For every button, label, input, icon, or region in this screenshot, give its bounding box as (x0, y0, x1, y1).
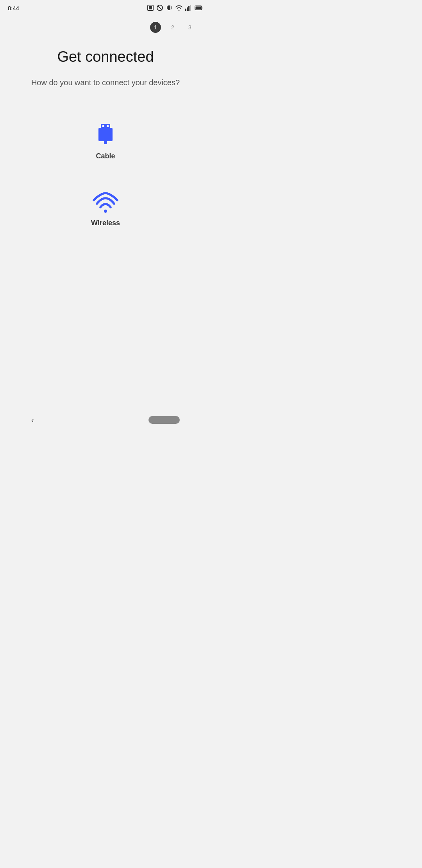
page-subtitle: How do you want to connect your devices? (31, 77, 180, 88)
step-1: 1 (150, 22, 161, 33)
status-bar: 8:44 (0, 0, 211, 14)
wifi-large-icon (92, 192, 119, 213)
nav-bar: ‹ (0, 406, 211, 434)
svg-rect-12 (196, 7, 201, 9)
svg-rect-8 (187, 7, 188, 11)
svg-rect-4 (168, 5, 170, 10)
home-pill[interactable] (148, 416, 180, 424)
step-indicator: 1 2 3 (0, 14, 211, 37)
options-area: Cable Wireless (12, 111, 199, 251)
signal-icon (185, 5, 192, 11)
page-title: Get connected (57, 48, 154, 65)
status-icons (147, 4, 203, 11)
vibrate-icon (166, 4, 173, 11)
main-content: Get connected How do you want to connect… (0, 37, 211, 251)
svg-line-3 (158, 6, 162, 10)
wireless-option[interactable]: Wireless (83, 184, 128, 235)
svg-rect-9 (188, 6, 190, 11)
svg-rect-15 (102, 125, 104, 127)
usb-icon (93, 119, 118, 147)
cable-label: Cable (96, 152, 115, 160)
svg-rect-16 (107, 125, 109, 127)
svg-rect-10 (190, 5, 191, 11)
wifi-status-icon (175, 5, 183, 11)
no-sign-icon (156, 4, 163, 11)
wireless-label: Wireless (91, 219, 120, 227)
step-2: 2 (167, 22, 178, 33)
svg-rect-13 (98, 128, 113, 141)
svg-rect-1 (149, 6, 152, 9)
back-button[interactable]: ‹ (31, 416, 34, 425)
svg-rect-6 (171, 6, 172, 9)
svg-rect-5 (167, 6, 168, 9)
svg-rect-17 (104, 141, 107, 144)
svg-point-18 (104, 210, 107, 213)
screenshot-icon (147, 4, 154, 11)
status-time: 8:44 (8, 5, 19, 11)
svg-rect-7 (185, 9, 186, 11)
step-3: 3 (184, 22, 195, 33)
svg-rect-14 (101, 124, 110, 129)
cable-option[interactable]: Cable (85, 111, 126, 168)
battery-icon (195, 5, 203, 11)
